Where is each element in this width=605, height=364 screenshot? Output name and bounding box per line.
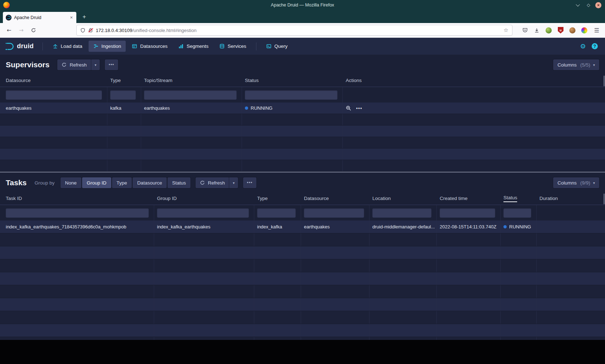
insecure-lock-icon[interactable] <box>88 28 93 33</box>
url-text: 172.18.0.4:30109/unified-console.html#in… <box>96 28 501 33</box>
column-header-type[interactable]: Type <box>254 192 301 205</box>
filter-input-status[interactable] <box>245 90 337 100</box>
tasks-columns-button[interactable]: Columns (9/9) ▾ <box>553 177 599 188</box>
task-id-cell[interactable]: index_kafka_earthquakes_7184357396d6c0a_… <box>0 220 154 233</box>
column-header-datasource[interactable]: Datasource <box>0 74 107 87</box>
supervisor-datasource-cell[interactable]: earthquakes <box>0 103 107 114</box>
tasks-refresh-button[interactable]: Refresh <box>196 177 229 188</box>
nav-item-load-data[interactable]: Load data <box>48 41 87 52</box>
column-header-status-sorted[interactable]: Status <box>501 192 537 205</box>
datasources-icon <box>132 44 137 49</box>
druid-favicon-icon <box>6 15 12 21</box>
tasks-more-button[interactable]: ••• <box>243 177 257 188</box>
group-by-type-button[interactable]: Type <box>112 177 132 188</box>
refresh-icon <box>62 62 67 67</box>
vertical-scrollbar[interactable] <box>604 76 605 86</box>
url-bar[interactable]: 172.18.0.4:30109/unified-console.html#in… <box>76 25 512 36</box>
filter-input-datasource[interactable] <box>304 208 364 218</box>
account-avatar-icon[interactable] <box>569 26 577 34</box>
window-close-button[interactable]: × <box>595 2 601 8</box>
bookmark-star-icon[interactable]: ☆ <box>503 27 508 33</box>
tasks-refresh-caret-button[interactable]: ▾ <box>229 177 238 188</box>
task-type-cell: index_kafka <box>254 220 301 233</box>
nav-divider <box>42 42 43 50</box>
new-tab-button[interactable]: + <box>79 12 89 22</box>
nav-item-segments[interactable]: Segments <box>174 41 213 52</box>
group-by-button-group: None Group ID Type Datasource Status <box>60 177 191 188</box>
tasks-section: Tasks Group by None Group ID Type Dataso… <box>0 173 605 340</box>
firefox-logo-icon <box>3 2 10 8</box>
help-icon[interactable]: ? <box>592 43 598 49</box>
group-by-none-button[interactable]: None <box>60 177 81 188</box>
supervisors-columns-button[interactable]: Columns (5/5) ▾ <box>553 59 599 70</box>
column-header-created-time[interactable]: Created time <box>437 192 501 205</box>
filter-input-type[interactable] <box>257 208 296 218</box>
druid-logo[interactable]: druid <box>5 42 34 51</box>
back-button[interactable]: ← <box>4 25 14 36</box>
task-row-index-kafka-earthquakes[interactable]: index_kafka_earthquakes_7184357396d6c0a_… <box>0 220 605 233</box>
window-title: Apache Druid — Mozilla Firefox <box>0 3 605 8</box>
ublock-origin-icon[interactable]: u <box>557 26 565 34</box>
downloads-icon[interactable] <box>533 26 541 34</box>
group-by-group-id-button[interactable]: Group ID <box>82 177 111 188</box>
forward-button[interactable]: → <box>16 25 27 36</box>
task-status-cell: RUNNING <box>501 220 537 233</box>
filter-input-topic-stream[interactable] <box>144 90 237 100</box>
filter-input-location[interactable] <box>372 208 431 218</box>
tasks-filter-row <box>0 205 605 220</box>
group-by-datasource-button[interactable]: Datasource <box>133 177 167 188</box>
window-minimize-button[interactable] <box>575 2 582 8</box>
column-header-status[interactable]: Status <box>242 74 343 87</box>
supervisors-filter-row <box>0 87 605 103</box>
column-header-group-id[interactable]: Group ID <box>154 192 254 205</box>
filter-input-status[interactable] <box>503 208 531 218</box>
filter-input-type[interactable] <box>110 90 136 100</box>
tasks-title: Tasks <box>6 178 27 187</box>
filter-input-task-id[interactable] <box>6 208 149 218</box>
browser-tab-apache-druid[interactable]: Apache Druid × <box>3 12 76 23</box>
column-header-duration[interactable]: Duration <box>537 192 605 205</box>
extension-icons: u <box>519 26 591 34</box>
nav-item-datasources[interactable]: Datasources <box>127 41 172 52</box>
url-path: /unified-console.html#ingestion <box>132 28 197 33</box>
tab-close-icon[interactable]: × <box>69 15 73 20</box>
druid-logo-icon <box>5 42 14 51</box>
filter-input-created-time[interactable] <box>440 208 495 218</box>
column-header-topic-stream[interactable]: Topic/Stream <box>141 74 242 87</box>
row-more-actions-icon[interactable]: ••• <box>356 106 362 111</box>
supervisors-more-button[interactable]: ••• <box>105 59 118 70</box>
column-header-datasource[interactable]: Datasource <box>301 192 369 205</box>
nav-item-ingestion[interactable]: Ingestion <box>89 41 126 52</box>
privacy-badger-icon[interactable] <box>545 26 553 34</box>
window-controls: ◇ × <box>575 2 605 8</box>
nav-item-query[interactable]: Query <box>261 41 292 52</box>
supervisor-row-earthquakes[interactable]: earthquakes kafka earthquakes RUNNING ••… <box>0 103 605 114</box>
filter-input-group-id[interactable] <box>157 208 249 218</box>
nav-divider <box>256 42 256 50</box>
column-header-type[interactable]: Type <box>107 74 141 87</box>
reload-button[interactable] <box>28 25 39 36</box>
navigation-toolbar: ← → 172.18.0.4:30109/unified-console.htm… <box>0 23 605 38</box>
column-header-actions[interactable]: Actions <box>343 74 605 87</box>
inspect-magnifier-icon[interactable] <box>346 105 351 111</box>
vertical-scrollbar[interactable] <box>604 194 605 204</box>
table-row-empty <box>0 149 605 160</box>
console-content: Supervisors Refresh ▾ ••• Columns (5/5) … <box>0 55 605 340</box>
column-header-task-id[interactable]: Task ID <box>0 192 154 205</box>
supervisors-section: Supervisors Refresh ▾ ••• Columns (5/5) … <box>0 55 605 173</box>
filter-input-datasource[interactable] <box>6 90 102 100</box>
window-maximize-button[interactable]: ◇ <box>585 2 592 8</box>
tracking-shield-icon[interactable] <box>80 28 85 33</box>
table-row-empty <box>0 233 605 246</box>
supervisors-refresh-caret-button[interactable]: ▾ <box>91 59 100 70</box>
nav-item-services[interactable]: Services <box>215 41 251 52</box>
segments-icon <box>178 44 184 49</box>
menu-hamburger-icon[interactable]: ☰ <box>592 27 601 34</box>
supervisors-refresh-button[interactable]: Refresh <box>57 59 91 70</box>
settings-gear-icon[interactable]: ⚙ <box>580 42 586 50</box>
pocket-icon[interactable] <box>521 26 529 34</box>
desktop-background <box>0 340 605 364</box>
container-theme-icon[interactable] <box>581 26 588 34</box>
column-header-location[interactable]: Location <box>369 192 437 205</box>
group-by-status-button[interactable]: Status <box>167 177 191 188</box>
